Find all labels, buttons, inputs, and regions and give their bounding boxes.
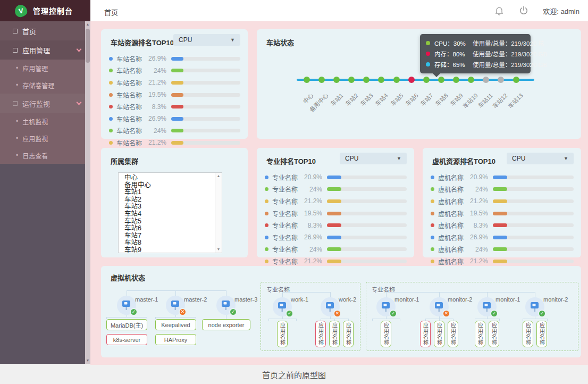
sidebar-item-host-monitor[interactable]: • 主机监视	[0, 113, 90, 130]
cluster-listbox[interactable]: 中心 备用中心 车站1 车站2 车站3 车站4 车站5 车站6 车站7 车站8 …	[118, 172, 222, 253]
sidebar-group-app-management[interactable]: 应用管理	[0, 40, 90, 60]
vm-host-icon[interactable]: ✕	[321, 297, 340, 316]
vm-host-icon[interactable]: ✓	[525, 297, 544, 316]
app-box[interactable]: node exporter	[202, 319, 250, 330]
tooltip-metric: CPU：30%	[434, 39, 473, 47]
station-node-dot[interactable]	[363, 77, 369, 83]
vm-host-icon[interactable]: ✕	[166, 296, 185, 315]
connector-line	[155, 317, 156, 319]
scroll-up-arrow[interactable]: ▲	[85, 21, 90, 28]
sidebar-item-app-monitor[interactable]: • 应用监视	[0, 130, 90, 147]
app-box-vertical[interactable]: 应用名称	[434, 321, 444, 347]
vm-group-work: 专业名称 ✓ work-1 应用名称 ✕ work-2	[261, 282, 360, 351]
panel-vm-rank: 虚机资源排名TOP10 CPU ▼ 虚机名称20.9% 虚机名称24% 虚机名称…	[423, 148, 581, 257]
rank-label: 虚机名称	[438, 221, 466, 230]
vm-host-icon[interactable]: ✓	[477, 297, 497, 316]
list-item[interactable]: 车站4	[124, 211, 214, 218]
vm-host-icon[interactable]: ✓	[216, 296, 236, 315]
station-rank-metric-dropdown[interactable]: CPU ▼	[173, 34, 240, 46]
listbox-scrollbar[interactable]: ▲ ▼	[215, 173, 222, 253]
list-item[interactable]: 车站9	[124, 247, 214, 253]
rank-label: 专业名称	[272, 197, 300, 206]
sidebar-item-storage-management[interactable]: • 存储卷管理	[0, 77, 90, 94]
rank-bar-track	[327, 223, 407, 227]
app-box-vertical[interactable]: 应用名称	[448, 321, 458, 347]
rank-label: 车站名称	[116, 126, 144, 135]
station-node-dot[interactable]	[318, 77, 325, 83]
caret-down-icon: ▼	[564, 156, 568, 161]
app-box-vertical[interactable]: 应用名称	[475, 321, 485, 347]
vm-host-icon[interactable]: ✓	[117, 296, 136, 315]
station-node-dot[interactable]	[304, 77, 310, 83]
sidebar-group-runtime-monitor[interactable]: 运行监视	[0, 94, 90, 113]
app-box-vertical[interactable]: 应用名称	[489, 321, 499, 347]
app-box-vertical[interactable]: 应用名称	[420, 321, 431, 347]
station-node-dot[interactable]	[468, 77, 474, 83]
rank-row: 车站名称21.2%	[109, 77, 240, 89]
app-box-vertical[interactable]: 应用名称	[536, 321, 547, 347]
vm-host-icon[interactable]: ✕	[430, 297, 449, 316]
station-node-dot[interactable]	[513, 77, 519, 83]
app-box-vertical[interactable]: 应用名称	[329, 321, 340, 347]
app-box[interactable]: HAProxy	[155, 334, 196, 345]
vm-node-name: work-2	[339, 296, 356, 303]
sidebar-item-label: 存储卷管理	[22, 81, 54, 90]
list-item[interactable]: 车站6	[124, 225, 214, 232]
scroll-down-arrow[interactable]: ▼	[215, 246, 222, 253]
station-node-dot[interactable]	[423, 77, 430, 83]
station-node-dot[interactable]	[483, 77, 489, 83]
connector-line	[386, 292, 387, 297]
station-node-dot[interactable]	[393, 77, 400, 83]
power-logout-icon[interactable]	[518, 5, 529, 16]
list-item[interactable]: 中心	[124, 174, 214, 182]
app-box-vertical[interactable]: 应用名称	[381, 321, 391, 347]
vm-rank-metric-dropdown[interactable]: CPU ▼	[507, 153, 574, 164]
station-node-dot[interactable]	[333, 77, 340, 83]
list-item[interactable]: 车站3	[124, 203, 214, 211]
station-node-dot[interactable]	[408, 77, 415, 83]
connector-line	[282, 292, 283, 297]
notification-bell-icon[interactable]	[494, 5, 505, 16]
app-box-vertical[interactable]: 应用名称	[277, 321, 288, 347]
sidebar-item-app-management[interactable]: • 应用管理	[0, 60, 90, 77]
station-node-dot[interactable]	[348, 77, 355, 83]
app-box-vertical[interactable]: 应用名称	[523, 321, 533, 347]
major-rank-metric-dropdown[interactable]: CPU ▼	[340, 153, 407, 164]
connector-line	[400, 319, 400, 321]
list-item[interactable]: 车站1	[124, 189, 214, 196]
vm-host-icon[interactable]: ✓	[376, 297, 396, 316]
scroll-down-arrow[interactable]: ▼	[85, 357, 90, 364]
app-box-label: 应用名称	[317, 322, 325, 346]
connector-line	[547, 319, 548, 321]
sidebar-item-log-view[interactable]: • 日志查看	[0, 147, 90, 164]
app-box[interactable]: Keepalived	[155, 319, 196, 330]
station-node-dot[interactable]	[498, 77, 504, 83]
sidebar: V 管理控制台 首页 应用管理 • 应用管理 • 存储卷管理 运行监视 • 主机…	[0, 0, 90, 364]
rank-row: 车站名称24%	[109, 65, 240, 77]
rank-label: 虚机名称	[438, 197, 466, 206]
rank-dot	[431, 176, 434, 179]
rank-bar-track	[171, 117, 240, 121]
connector-line	[196, 317, 196, 319]
rank-row: 专业名称20.9%	[265, 171, 407, 183]
rank-bar-track	[493, 236, 574, 239]
app-box-vertical[interactable]: 应用名称	[343, 321, 354, 347]
vm-host-icon[interactable]: ✓	[273, 297, 292, 316]
rank-dot	[265, 187, 268, 191]
scroll-up-arrow[interactable]: ▲	[215, 173, 222, 179]
rank-bar-fill	[327, 223, 341, 227]
rank-percent: 26.9%	[144, 115, 166, 122]
sidebar-item-home[interactable]: 首页	[0, 21, 90, 40]
rank-bar-track	[327, 247, 407, 251]
station-node-dot[interactable]	[438, 77, 444, 83]
list-item[interactable]: 车站8	[124, 239, 214, 247]
station-node-dot[interactable]	[378, 77, 384, 83]
station-node-dot[interactable]	[453, 77, 459, 83]
app-box[interactable]: MariaDB(主)	[106, 319, 147, 330]
app-box-vertical[interactable]: 应用名称	[315, 321, 326, 347]
dropdown-value: CPU	[179, 36, 192, 44]
rank-row: 车站名称26.9%	[109, 113, 240, 125]
sidebar-scrollbar[interactable]: ▲ ▼	[85, 21, 90, 364]
app-box[interactable]: k8s-server	[106, 334, 147, 345]
scrollbar-thumb[interactable]	[86, 29, 90, 63]
